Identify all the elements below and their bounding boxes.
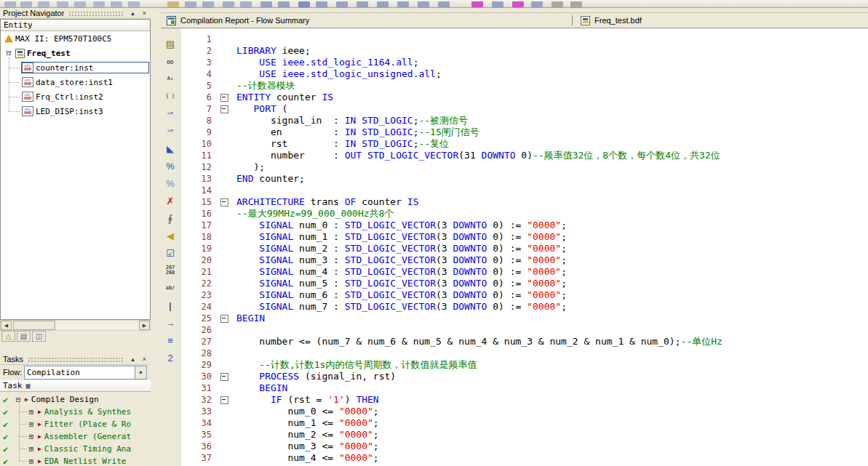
delete-bookmarks-icon[interactable]: ✗ (162, 193, 178, 208)
code-line[interactable]: 34 num_1 <= "0000"; (181, 417, 868, 429)
decrease-indent-icon[interactable]: «≡ (162, 106, 178, 121)
toolbar-button-clipped[interactable] (57, 1, 68, 7)
document-tab[interactable]: Freq_test.bdf (575, 13, 648, 28)
insert-template-icon[interactable]: { } (162, 89, 178, 103)
fold-collapse-icon[interactable] (218, 313, 232, 324)
toolbar-button-clipped[interactable] (471, 1, 483, 7)
close-icon[interactable]: × (140, 355, 149, 364)
code-line[interactable]: 31 BEGIN (181, 382, 868, 394)
cursor-icon[interactable]: | (162, 298, 178, 313)
toolbar-button-clipped[interactable] (418, 1, 429, 7)
collapse-icon[interactable]: ⊟ (5, 49, 12, 57)
entity-tree-item[interactable]: abcVHDcounter:inst (1, 60, 150, 75)
fold-collapse-icon[interactable] (218, 196, 232, 208)
code-line[interactable]: 32 IF (rst = '1') THEN (181, 394, 868, 406)
run-icon[interactable]: ▶ (38, 434, 41, 440)
code-line[interactable]: 20 SIGNAL num_3 : STD_LOGIC_VECTOR(3 DOW… (181, 254, 868, 266)
entity-tree-item[interactable]: ⊟Freq_test (1, 46, 150, 60)
code-line[interactable]: 26 (181, 324, 868, 336)
toolbar-button-clipped[interactable] (128, 1, 140, 7)
code-line[interactable]: 9 en : IN STD_LOGIC;--1S闸门信号 (181, 126, 868, 138)
view-tab[interactable]: ▤ (17, 331, 31, 342)
scroll-right-icon[interactable]: ▶ (139, 321, 150, 330)
toolbar-button-clipped[interactable] (357, 1, 368, 7)
collapse-icon[interactable]: ⊟ (15, 396, 22, 403)
code-line[interactable]: 4 USE ieee.std_logic_unsigned.all; (181, 68, 868, 80)
grid-icon[interactable]: ▦ (26, 382, 31, 390)
panel-grip[interactable] (28, 356, 124, 363)
checkbox-icon[interactable]: ☑ (162, 246, 178, 260)
chevron-down-icon[interactable]: ▼ (135, 366, 146, 379)
code-line[interactable]: 25BEGIN (181, 313, 868, 324)
run-icon[interactable]: ▶ (38, 422, 41, 427)
toolbar-button-clipped[interactable] (20, 1, 32, 7)
toolbar-button-clipped[interactable] (336, 1, 348, 7)
toolbar-button-clipped[interactable] (397, 1, 409, 7)
view-tab[interactable]: △ (1, 331, 15, 342)
entity-tree-item[interactable]: MAX II: EPM570T100C5 (1, 31, 150, 46)
code-line[interactable]: 2LIBRARY ieee; (181, 45, 868, 57)
toolbar-button-clipped[interactable] (570, 1, 582, 7)
code-line[interactable]: 22 SIGNAL num_5 : STD_LOGIC_VECTOR(3 DOW… (181, 278, 868, 289)
align-icon[interactable]: ≡ (162, 333, 178, 348)
entity-item-body[interactable]: MAX II: EPM570T100C5 (4, 33, 149, 44)
toolbar-button-clipped[interactable] (438, 1, 450, 7)
toolbar-button-clipped[interactable] (298, 1, 310, 7)
toolbar-button-clipped[interactable] (38, 1, 49, 7)
task-item[interactable]: ✔⊟▶Compile Design (0, 393, 151, 406)
scrollbar-thumb[interactable] (13, 321, 55, 330)
bookmark-icon[interactable]: ◣ (162, 141, 178, 156)
project-navigator-titlebar[interactable]: Project Navigator ▴ × (0, 8, 151, 19)
new-document-icon[interactable]: ▤ (162, 36, 178, 51)
task-column-header[interactable]: Task ▦ (0, 380, 151, 392)
code-line[interactable]: 1 (181, 33, 868, 45)
code-line[interactable]: 11 number : OUT STD_LOGIC_VECTOR(31 DOWN… (181, 150, 868, 161)
toolbar-button-clipped[interactable] (240, 1, 252, 7)
entity-tree-item[interactable]: abcVHDFrq_Ctrl:inst2 (1, 89, 150, 104)
word-wrap-icon[interactable]: ab/ (162, 281, 178, 295)
toolbar-button-clipped[interactable] (223, 1, 234, 7)
run-icon[interactable]: ▶ (38, 446, 41, 452)
close-icon[interactable]: × (140, 9, 149, 18)
flow-combobox[interactable]: Compilation ▼ (24, 366, 147, 379)
find-icon[interactable]: ∞ (162, 54, 178, 68)
toolbar-button-clipped[interactable] (167, 1, 179, 7)
code-line[interactable]: 8 signal_in : IN STD_LOGIC;--被测信号 (181, 115, 868, 126)
goto-icon[interactable]: → (162, 316, 178, 330)
dock-icon[interactable]: ▴ (128, 355, 138, 364)
line-count-indicator[interactable]: 267 268 (162, 263, 178, 278)
entity-item-body[interactable]: abcVHDFrq_Ctrl:inst2 (21, 91, 149, 103)
task-item[interactable]: ✔⊞▶Fitter (Place & Ro (0, 418, 151, 430)
uncomment-icon[interactable]: % (162, 176, 178, 190)
expand-icon[interactable]: ⊞ (28, 409, 35, 416)
toolbar-button-clipped[interactable] (552, 1, 563, 7)
code-line[interactable]: 19 SIGNAL num_2 : STD_LOGIC_VECTOR(3 DOW… (181, 243, 868, 254)
panel-grip[interactable] (68, 10, 124, 17)
document-tab[interactable]: Compilation Report - Flow Summary (161, 13, 570, 28)
task-item[interactable]: ✔⊞▶Assembler (Generat (0, 430, 151, 443)
code-line[interactable]: 35 num_2 <= "0000"; (181, 429, 868, 441)
tasks-titlebar[interactable]: Tasks ▴ × (0, 354, 151, 365)
toolbar-button-clipped[interactable] (278, 1, 290, 7)
code-line[interactable]: 10 rst : IN STD_LOGIC;--复位 (181, 138, 868, 150)
expand-icon[interactable]: ⊞ (28, 458, 35, 465)
toolbar-button-clipped[interactable] (74, 1, 86, 7)
horizontal-scrollbar[interactable]: ◀ ▶ (0, 320, 151, 331)
run-icon[interactable]: ▶ (38, 409, 41, 415)
code-line[interactable]: 30 PROCESS (signal_in, rst) (181, 371, 868, 382)
code-line[interactable]: 36 num_3 <= "0000"; (181, 441, 868, 452)
toolbar-button-clipped[interactable] (377, 1, 389, 7)
run-icon[interactable]: ▶ (25, 397, 28, 403)
toolbar-button-clipped[interactable] (492, 1, 503, 7)
entity-tree-item[interactable]: abcVHDdata_store:inst1 (1, 75, 150, 89)
find-next-icon[interactable]: A↓ (162, 71, 178, 86)
code-line[interactable]: 27 number <= (num_7 & num_6 & num_5 & nu… (181, 336, 868, 348)
dock-icon[interactable]: ▴ (128, 9, 138, 18)
fold-collapse-icon[interactable] (218, 103, 232, 115)
toolbar-button-clipped[interactable] (4, 1, 16, 7)
step-icon[interactable]: 2 (162, 350, 178, 365)
increase-indent-icon[interactable]: »≡ (162, 124, 178, 138)
code-line[interactable]: 6ENTITY counter IS (181, 92, 868, 103)
expand-icon[interactable]: ⊞ (28, 446, 35, 453)
toolbar-button-clipped[interactable] (202, 1, 214, 7)
